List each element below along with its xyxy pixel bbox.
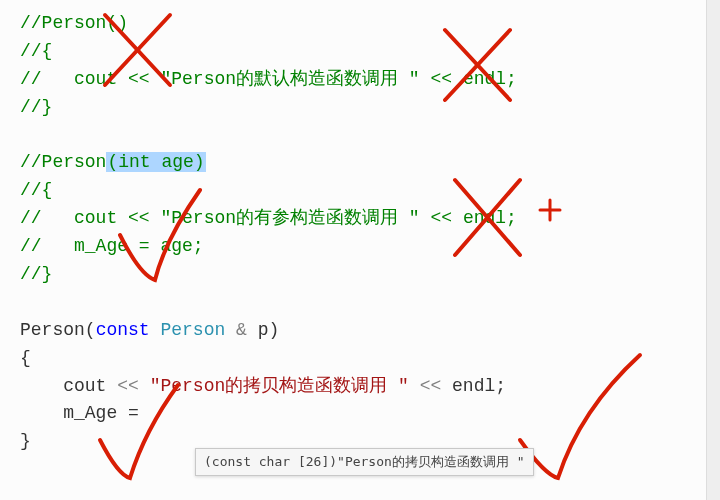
code-line: // cout << "Person的有参构造函数调用 " << endl; xyxy=(20,205,700,233)
selection[interactable]: (int age) xyxy=(106,152,205,172)
assignment: m_Age = xyxy=(20,403,150,423)
code-line: //Person() xyxy=(20,10,700,38)
comment-text: //} xyxy=(20,264,52,284)
operator: << xyxy=(117,376,139,396)
code-line: // m_Age = age; xyxy=(20,233,700,261)
hover-tooltip: (const char [26])"Person的拷贝构造函数调用 " xyxy=(195,448,534,476)
string-literal: "Person的拷贝构造函数调用 " xyxy=(139,376,420,396)
comment-text: // cout xyxy=(20,208,128,228)
code-line: //Person(int age) xyxy=(20,149,700,177)
reference-op: & xyxy=(236,320,258,340)
type-name: Person xyxy=(150,320,236,340)
comment-text: // cout xyxy=(20,69,128,89)
code-line: // cout << "Person的默认构造函数调用 " << endl; xyxy=(20,66,700,94)
comment-text: //} xyxy=(20,97,52,117)
code-line: //} xyxy=(20,94,700,122)
code-line: cout << "Person的拷贝构造函数调用 " << endl; xyxy=(20,373,700,401)
operator: << xyxy=(430,69,452,89)
paren: ( xyxy=(85,320,96,340)
param-name: p xyxy=(258,320,269,340)
endl: endl; xyxy=(441,376,506,396)
operator: << xyxy=(430,208,452,228)
operator: << xyxy=(128,208,150,228)
paren: ) xyxy=(268,320,279,340)
code-line: Person(const Person & p) xyxy=(20,317,700,345)
brace: } xyxy=(20,431,31,451)
comment-text: endl; xyxy=(452,208,517,228)
tooltip-text: (const char [26])"Person的拷贝构造函数调用 " xyxy=(204,454,525,469)
comment-text: //Person xyxy=(20,152,106,172)
code-line: m_Age = xyxy=(20,400,700,428)
string-literal: "Person的有参构造函数调用 " xyxy=(150,208,431,228)
comment-text: // m_Age = age; xyxy=(20,236,204,256)
operator: << xyxy=(420,376,442,396)
cout: cout xyxy=(20,376,117,396)
brace: { xyxy=(20,348,31,368)
string-literal: "Person的默认构造函数调用 " xyxy=(150,69,431,89)
comment-text: //{ xyxy=(20,180,52,200)
blank-line xyxy=(20,289,700,317)
code-editor[interactable]: //Person() //{ // cout << "Person的默认构造函数… xyxy=(20,10,700,456)
comment-text: endl; xyxy=(452,69,517,89)
comment-text: //{ xyxy=(20,41,52,61)
class-name: Person xyxy=(20,320,85,340)
code-line: //{ xyxy=(20,177,700,205)
blank-line xyxy=(20,122,700,150)
comment-text: //Person() xyxy=(20,13,128,33)
code-line: //{ xyxy=(20,38,700,66)
operator: << xyxy=(128,69,150,89)
vertical-scrollbar[interactable] xyxy=(706,0,720,500)
code-line: { xyxy=(20,345,700,373)
code-line: //} xyxy=(20,261,700,289)
keyword-const: const xyxy=(96,320,150,340)
